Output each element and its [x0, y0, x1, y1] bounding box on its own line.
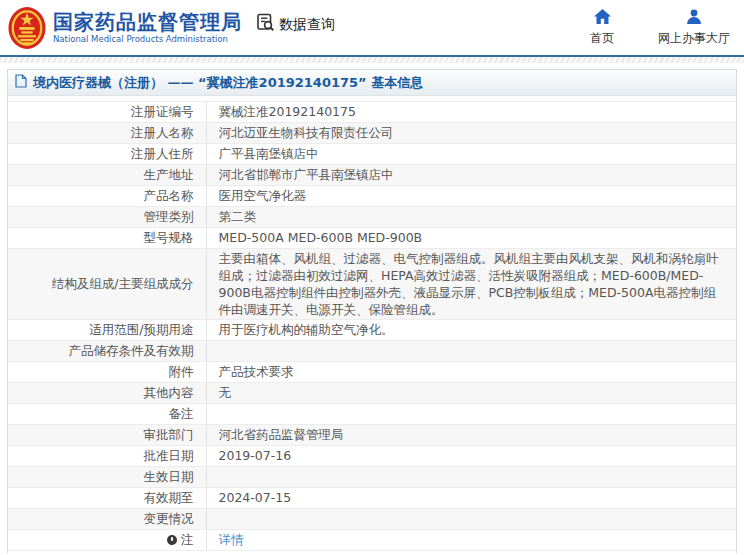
row-label: 注册人名称	[8, 123, 206, 144]
row-label: 注册证编号	[8, 102, 206, 123]
table-wrap: 注册证编号 冀械注准20192140175 注册人名称 河北迈亚生物科技有限责任…	[8, 101, 736, 551]
row-value: 2024-07-15	[206, 488, 736, 509]
row-value: 河北省药品监督管理局	[206, 425, 736, 446]
row-value: 产品技术要求	[206, 362, 736, 383]
row-label: 备注	[8, 404, 206, 425]
row-value: 冀械注准20192140175	[206, 102, 736, 123]
content-container: 境内医疗器械（注册） —— “冀械注准20192140175” 基本信息 注册证…	[7, 69, 737, 553]
row-value	[206, 509, 736, 530]
table-row: 注册人住所 广平县南堡镇店中	[8, 144, 736, 165]
row-label: 结构及组成/主要组成成分	[8, 249, 206, 320]
table-row: 批准日期 2019-07-16	[8, 446, 736, 467]
row-label: 生产地址	[8, 165, 206, 186]
row-label: 产品名称	[8, 186, 206, 207]
row-label: 附件	[8, 362, 206, 383]
row-label: 管理类别	[8, 207, 206, 228]
row-label: 其他内容	[8, 383, 206, 404]
table-row: 审批部门 河北省药品监督管理局	[8, 425, 736, 446]
row-value: 河北省邯郸市广平县南堡镇店中	[206, 165, 736, 186]
row-value: 无	[206, 383, 736, 404]
row-value: 第二类	[206, 207, 736, 228]
table-row: 其他内容 无	[8, 383, 736, 404]
row-value	[206, 467, 736, 488]
data-query-button[interactable]: 数据查询	[256, 13, 335, 36]
nav-item-service-hall[interactable]: 网上办事大厅	[658, 9, 730, 47]
table-row: 产品储存条件及有效期	[8, 341, 736, 362]
document-icon	[15, 73, 27, 92]
page-title: 境内医疗器械（注册） —— “冀械注准20192140175” 基本信息	[33, 74, 423, 92]
brand-block: 国家药品监督管理局 National Medical Products Admi…	[53, 12, 242, 44]
brand-title: 国家药品监督管理局	[53, 12, 242, 33]
row-label: 产品储存条件及有效期	[8, 341, 206, 362]
table-row: 附件 产品技术要求	[8, 362, 736, 383]
table-row: 变更情况	[8, 509, 736, 530]
table-row: 产品名称 医用空气净化器	[8, 186, 736, 207]
nav-item-home[interactable]: 首页	[578, 9, 626, 47]
info-table-body: 注册证编号 冀械注准20192140175 注册人名称 河北迈亚生物科技有限责任…	[8, 102, 736, 551]
section-titlebar: 境内医疗器械（注册） —— “冀械注准20192140175” 基本信息	[8, 70, 736, 96]
row-value: MED-500A MED-600B MED-900B	[206, 228, 736, 249]
row-label: 型号规格	[8, 228, 206, 249]
row-label: 批准日期	[8, 446, 206, 467]
table-row: 注册证编号 冀械注准20192140175	[8, 102, 736, 123]
page-header: 国家药品监督管理局 National Medical Products Admi…	[0, 0, 744, 57]
row-label: 生效日期	[8, 467, 206, 488]
table-row: 生产地址 河北省邯郸市广平县南堡镇店中	[8, 165, 736, 186]
national-emblem-icon	[8, 6, 46, 50]
row-label: 适用范围/预期用途	[8, 320, 206, 341]
row-value: 河北迈亚生物科技有限责任公司	[206, 123, 736, 144]
data-query-label: 数据查询	[279, 16, 335, 34]
nav-item-label: 首页	[590, 30, 614, 47]
table-row: 备注	[8, 404, 736, 425]
row-value: 医用空气净化器	[206, 186, 736, 207]
row-label: 有效期至	[8, 488, 206, 509]
table-row: 注册人名称 河北迈亚生物科技有限责任公司	[8, 123, 736, 144]
row-label: 注	[8, 530, 206, 551]
table-row: 适用范围/预期用途 用于医疗机构的辅助空气净化。	[8, 320, 736, 341]
home-icon	[594, 9, 611, 27]
brand-subtitle: National Medical Products Administration	[53, 35, 242, 44]
detail-link[interactable]: 详情	[219, 532, 244, 547]
table-row: 管理类别 第二类	[8, 207, 736, 228]
row-value: 主要由箱体、风机组、过滤器、电气控制器组成。风机组主要由风机支架、风机和涡轮扇叶…	[206, 249, 736, 320]
row-value: 详情	[206, 530, 736, 551]
row-value: 用于医疗机构的辅助空气净化。	[206, 320, 736, 341]
registration-info-table: 注册证编号 冀械注准20192140175 注册人名称 河北迈亚生物科技有限责任…	[8, 101, 736, 551]
nav-item-label: 网上办事大厅	[658, 30, 730, 47]
header-nav: 首页 网上办事大厅	[578, 9, 734, 47]
row-value: 广平县南堡镇店中	[206, 144, 736, 165]
row-label: 变更情况	[8, 509, 206, 530]
data-query-icon	[256, 13, 275, 36]
row-label: 注册人住所	[8, 144, 206, 165]
row-value: 2019-07-16	[206, 446, 736, 467]
row-value	[206, 341, 736, 362]
table-row: 注 详情	[8, 530, 736, 551]
row-label: 审批部门	[8, 425, 206, 446]
note-balloon-icon	[167, 535, 177, 545]
table-row: 型号规格 MED-500A MED-600B MED-900B	[8, 228, 736, 249]
table-row: 有效期至 2024-07-15	[8, 488, 736, 509]
table-row: 生效日期	[8, 467, 736, 488]
table-row: 结构及组成/主要组成成分 主要由箱体、风机组、过滤器、电气控制器组成。风机组主要…	[8, 249, 736, 320]
row-value	[206, 404, 736, 425]
user-icon	[686, 9, 702, 27]
